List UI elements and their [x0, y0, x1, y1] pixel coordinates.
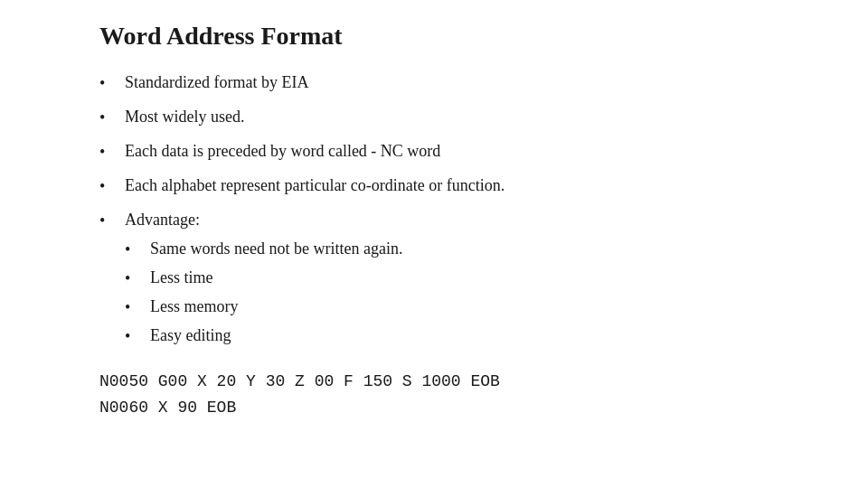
sub-bullet-list: • Same words need not be written again. …	[125, 237, 402, 352]
sub-bullet-symbol: •	[125, 267, 146, 291]
bullet-text-advantage: Advantage:	[125, 208, 200, 232]
bullet-text: Each alphabet represent particular co-or…	[125, 174, 505, 198]
list-item: • Most widely used.	[99, 105, 832, 130]
sub-bullet-text: Less memory	[150, 295, 238, 319]
list-item: • Each alphabet represent particular co-…	[99, 174, 832, 199]
sub-bullet-symbol: •	[125, 238, 146, 262]
bullet-text: Standardized format by EIA	[125, 70, 308, 95]
bullet-symbol: •	[99, 174, 121, 199]
list-item: • Each data is preceded by word called -…	[99, 139, 832, 164]
bullet-symbol: •	[99, 209, 121, 233]
list-item: • Same words need not be written again.	[125, 237, 402, 262]
main-bullet-list: • Standardized format by EIA • Most wide…	[99, 70, 832, 352]
bullet-symbol: •	[99, 71, 121, 96]
code-block: N0050 G00 X 20 Y 30 Z 00 F 150 S 1000 EO…	[99, 369, 832, 421]
list-item: • Less memory	[125, 295, 402, 320]
sub-bullet-text: Easy editing	[150, 324, 231, 348]
bullet-text: Most widely used.	[125, 105, 245, 129]
bullet-text: Each data is preceded by word called - N…	[125, 139, 440, 164]
page-container: Word Address Format • Standardized forma…	[0, 0, 868, 443]
list-item: • Less time	[125, 266, 402, 291]
page-title: Word Address Format	[99, 22, 832, 51]
list-item-advantage: • Advantage: • Same words need not be wr…	[99, 208, 832, 352]
sub-bullet-text: Less time	[150, 266, 213, 290]
bullet-symbol: •	[99, 140, 121, 164]
code-line-2: N0060 X 90 EOB	[99, 395, 832, 421]
sub-bullet-text: Same words need not be written again.	[150, 237, 402, 261]
list-item: • Easy editing	[125, 324, 402, 349]
sub-bullet-symbol: •	[125, 324, 146, 349]
list-item: • Standardized format by EIA	[99, 70, 832, 96]
code-line-1: N0050 G00 X 20 Y 30 Z 00 F 150 S 1000 EO…	[99, 369, 832, 395]
bullet-symbol: •	[99, 106, 121, 130]
sub-bullet-symbol: •	[125, 296, 146, 320]
